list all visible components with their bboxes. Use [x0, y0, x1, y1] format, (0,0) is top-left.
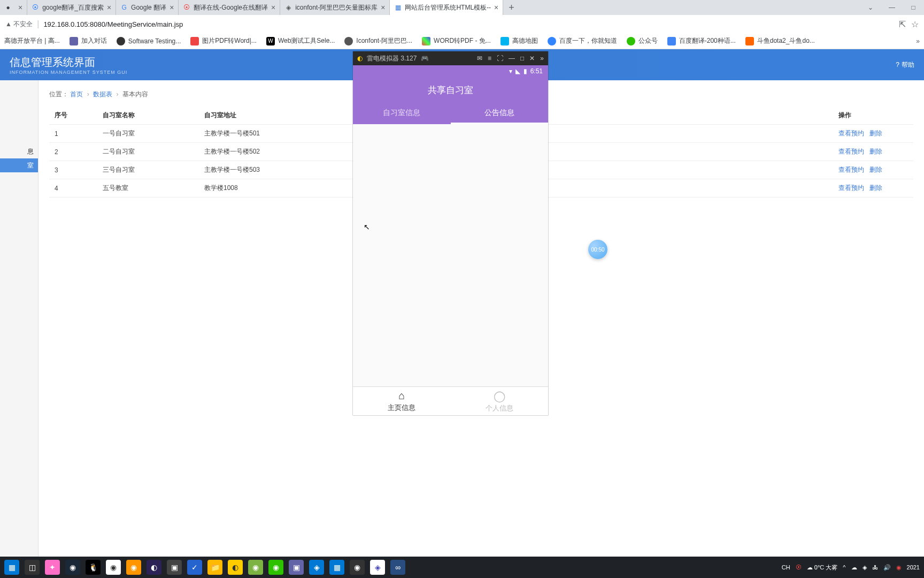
minimize-icon[interactable]: — [509, 55, 515, 62]
close-icon[interactable]: × [381, 3, 385, 12]
bookmark-item[interactable]: 斗鱼dota2_斗鱼do... [745, 36, 815, 45]
tab-notice-info[interactable]: 公告信息 [451, 103, 549, 124]
minimize-icon[interactable]: — [881, 4, 903, 11]
mail-icon[interactable]: ✉ [477, 55, 482, 62]
app-tabs: 自习室信息 公告信息 [353, 103, 548, 124]
cell-name: 二号自习室 [97, 143, 199, 161]
breadcrumb-link[interactable]: 首页 [70, 90, 83, 98]
browser-tab[interactable]: ●× [0, 0, 27, 15]
browser-tab[interactable]: ⦿翻译在线-Google在线翻译× [179, 0, 280, 15]
ldplayer-icon[interactable]: ◐ [228, 560, 243, 575]
cell-no: 2 [49, 143, 97, 161]
bookmark-item[interactable]: 加入对话 [70, 36, 107, 45]
bottom-nav-profile[interactable]: ◯ 个人信息 [451, 387, 549, 415]
terminal-icon[interactable]: ▣ [167, 560, 182, 575]
tray-icon[interactable]: ☁ [851, 564, 857, 571]
emulator-titlebar[interactable]: ◐ 雷电模拟器 3.127 🎮 ✉ ≡ ⛶ — □ ✕ » [353, 51, 548, 65]
app-body-empty[interactable] [353, 124, 548, 386]
address-bar: ▲ 不安全 | 192.168.0.105:8080/MeetingServic… [0, 15, 924, 33]
app-icon[interactable]: ✦ [45, 560, 60, 575]
bookmark-item[interactable]: 高德地图 [500, 36, 538, 45]
teams-icon[interactable]: ▣ [289, 560, 304, 575]
browser-tab[interactable]: ◈iconfont-阿里巴巴矢量图标库× [280, 0, 390, 15]
new-tab-button[interactable]: + [503, 2, 520, 13]
view-booking-link[interactable]: 查看预约 [838, 148, 864, 155]
todo-icon[interactable]: ✓ [187, 560, 202, 575]
menu-icon[interactable]: ≡ [488, 55, 491, 62]
close-icon[interactable]: × [18, 3, 22, 12]
fullscreen-icon[interactable]: ⛶ [497, 55, 503, 62]
app-icon[interactable]: ∞ [390, 560, 405, 575]
close-icon[interactable]: × [170, 3, 174, 12]
gamepad-icon[interactable]: 🎮 [421, 55, 429, 62]
ime-indicator[interactable]: CH [782, 564, 790, 571]
delete-link[interactable]: 删除 [869, 148, 882, 155]
delete-link[interactable]: 删除 [869, 184, 882, 192]
network-icon[interactable]: 🖧 [872, 564, 878, 571]
wechat-icon[interactable]: ◉ [268, 560, 283, 575]
url-input[interactable]: 192.168.0.105:8080/MeetingService/main.j… [43, 20, 895, 28]
bookmark-item[interactable]: 百度一下，你就知道 [548, 36, 617, 45]
maximize-icon[interactable]: □ [903, 4, 924, 11]
sidebar-item-active[interactable]: 室 [0, 158, 38, 172]
steam-icon[interactable]: ◉ [65, 560, 80, 575]
tab-room-info[interactable]: 自习室信息 [353, 103, 451, 124]
app-icon[interactable]: ◉ [248, 560, 263, 575]
insecure-icon[interactable]: ▲ 不安全 [5, 20, 33, 29]
view-booking-link[interactable]: 查看预约 [838, 166, 864, 173]
browser-tab[interactable]: GGoogle 翻译× [116, 0, 179, 15]
explorer-icon[interactable]: 📁 [207, 560, 222, 575]
bookmark-item[interactable]: WWeb测试工具Sele... [266, 36, 335, 45]
tray-icon[interactable]: ◈ [863, 564, 867, 571]
expand-icon[interactable]: » [540, 55, 544, 62]
star-icon[interactable]: ☆ [911, 19, 919, 29]
eclipse-icon[interactable]: ◐ [147, 560, 161, 575]
delete-link[interactable]: 删除 [869, 166, 882, 173]
qq-icon[interactable]: 🐧 [86, 560, 101, 575]
browser-tab[interactable]: ⦿google翻译_百度搜索× [27, 0, 116, 15]
bookmark-overflow[interactable]: » [916, 37, 920, 45]
close-icon[interactable]: × [494, 3, 498, 12]
clock[interactable]: 2021 [907, 564, 920, 571]
close-icon[interactable]: × [107, 3, 111, 12]
bookmark-item[interactable]: WORD转PDF - 免... [422, 36, 491, 45]
chrome-icon[interactable]: ◉ [106, 560, 121, 575]
bookmark-item[interactable]: 公众号 [627, 36, 658, 45]
maximize-icon[interactable]: □ [520, 55, 524, 62]
bookmark-item[interactable]: 高德开放平台 | 高... [4, 36, 60, 45]
photos-icon[interactable]: ▦ [329, 560, 344, 575]
bookmark-label: 百度翻译-200种语... [679, 36, 736, 45]
bookmark-item[interactable]: 图片PDF转Word|... [190, 36, 257, 45]
firefox-icon[interactable]: ◉ [126, 560, 141, 575]
bookmark-item[interactable]: Software Testing... [117, 37, 181, 45]
share-icon[interactable]: ⇱ [899, 19, 906, 29]
view-booking-link[interactable]: 查看预约 [838, 130, 864, 137]
start-button[interactable]: ▦ [4, 560, 19, 575]
help-link[interactable]: ?帮助 [896, 60, 914, 70]
chevron-up-icon[interactable]: ^ [843, 564, 845, 571]
app-title: 信息管理系统界面 [10, 55, 127, 70]
browser-tab-active[interactable]: ▦网站后台管理系统HTML模板--× [390, 0, 503, 15]
close-icon[interactable]: ✕ [529, 55, 535, 62]
tray-icon[interactable]: ◉ [896, 564, 902, 571]
app-icon[interactable]: ◈ [370, 560, 385, 575]
emulator-window[interactable]: ◐ 雷电模拟器 3.127 🎮 ✉ ≡ ⛶ — □ ✕ » ▾ ◣ ▮ 6:51… [353, 51, 548, 415]
app-icon[interactable]: ◈ [309, 560, 324, 575]
user-icon: ◯ [494, 390, 505, 402]
view-booking-link[interactable]: 查看预约 [838, 184, 864, 192]
bookmark-item[interactable]: 百度翻译-200种语... [667, 36, 736, 45]
task-view-icon[interactable]: ◫ [25, 560, 40, 575]
close-icon[interactable]: × [271, 3, 275, 12]
app-icon[interactable]: ◉ [350, 560, 365, 575]
sidebar-item[interactable]: 息 [0, 144, 38, 158]
bookmark-item[interactable]: Iconfont-阿里巴巴... [344, 36, 412, 45]
timer-badge[interactable]: 00:50 [588, 240, 607, 259]
delete-link[interactable]: 删除 [869, 130, 882, 137]
bottom-nav-home[interactable]: ⌂ 主页信息 [353, 387, 451, 415]
help-icon: ? [896, 61, 899, 69]
volume-icon[interactable]: 🔊 [883, 564, 891, 571]
ime-icon[interactable]: ⦿ [796, 564, 802, 571]
weather-widget[interactable]: ☁ 0°C 大雾 [807, 564, 838, 572]
breadcrumb-link[interactable]: 数据表 [93, 90, 112, 98]
window-chevron-icon[interactable]: ⌄ [860, 4, 881, 11]
